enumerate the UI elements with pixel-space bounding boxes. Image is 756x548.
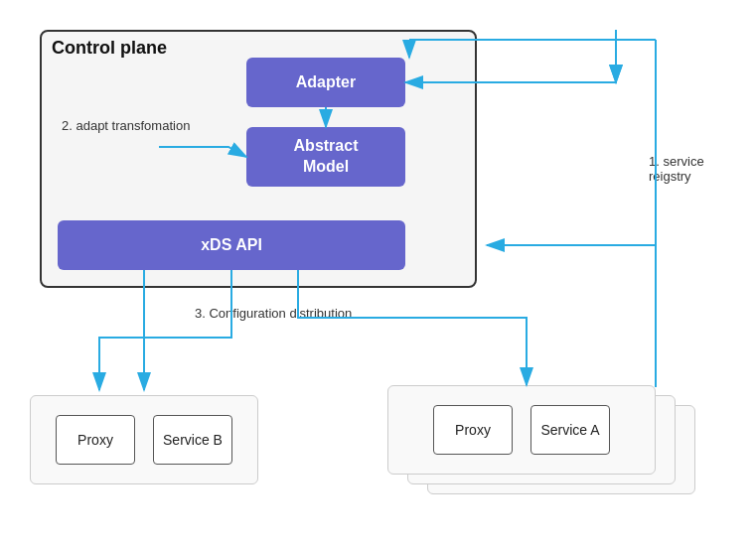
- service-b-group: Proxy Service B: [30, 395, 258, 484]
- proxy-a-box: Proxy: [433, 405, 513, 455]
- control-plane-label: Control plane: [52, 38, 167, 59]
- service-b-label: Service B: [163, 432, 223, 448]
- config-dist-label: 3. Configuration distribution: [195, 306, 352, 321]
- proxy-b-box: Proxy: [56, 415, 135, 465]
- abstract-model-label: AbstractModel: [294, 136, 359, 178]
- service-a-stack: Proxy Service A: [387, 385, 695, 494]
- diagram-container: Control plane Adapter AbstractModel xDS …: [0, 0, 756, 548]
- adapt-transformation-label: 2. adapt transfomation: [62, 117, 190, 135]
- service-b-box: Service B: [153, 415, 232, 465]
- adapter-label: Adapter: [296, 73, 356, 91]
- adapter-box: Adapter: [246, 58, 405, 107]
- xds-api-box: xDS API: [58, 220, 405, 270]
- proxy-b-label: Proxy: [77, 432, 113, 448]
- xds-api-label: xDS API: [201, 236, 262, 254]
- abstract-model-box: AbstractModel: [246, 127, 405, 187]
- service-a-card-front: Proxy Service A: [387, 385, 656, 475]
- proxy-a-label: Proxy: [455, 422, 491, 438]
- service-registry-label: 1. service reigstry: [649, 154, 738, 184]
- service-a-label: Service A: [540, 422, 599, 438]
- adapt-label-text: 2. adapt transfomation: [62, 118, 190, 133]
- service-a-box: Service A: [530, 405, 610, 455]
